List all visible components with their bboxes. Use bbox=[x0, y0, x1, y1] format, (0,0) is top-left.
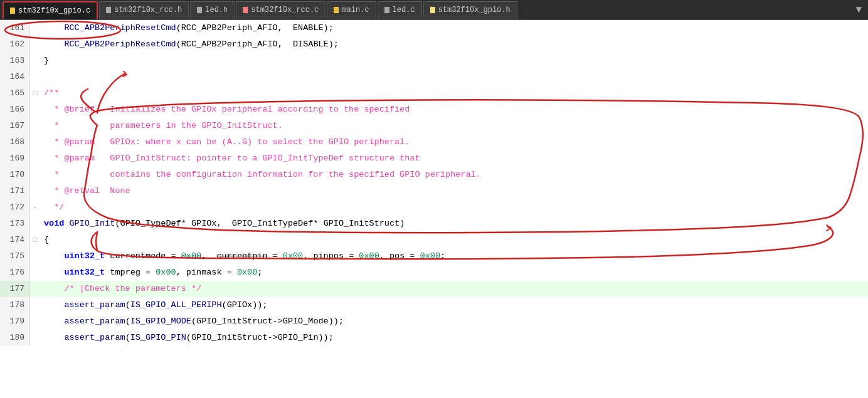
code-content: * @param GPIOx: where x can be (A..G) to… bbox=[40, 134, 868, 150]
tab-icon bbox=[334, 7, 339, 13]
line-number: 178 bbox=[0, 297, 30, 313]
fold-icon[interactable]: - bbox=[30, 199, 40, 216]
code-content: uint32_t tmpreg = 0x00, pinmask = 0x00; bbox=[40, 264, 868, 281]
line-number: 177 bbox=[0, 281, 30, 297]
code-content: */ bbox=[40, 199, 868, 216]
code-line-164: 164 bbox=[0, 69, 868, 85]
code-line-169: 169 * @param GPIO_InitStruct: pointer to… bbox=[0, 150, 868, 167]
code-line-178: 178 assert_param(IS_GPIO_ALL_PERIPH(GPIO… bbox=[0, 297, 868, 313]
code-content: uint32_t currentmode = 0x00, currentpin … bbox=[40, 248, 868, 264]
code-line-167: 167 * parameters in the GPIO_InitStruct. bbox=[0, 118, 868, 134]
line-number: 161 bbox=[0, 20, 30, 36]
line-number: 167 bbox=[0, 118, 30, 134]
code-line-177: 177 /* |Check the parameters */ bbox=[0, 281, 868, 297]
line-number: 169 bbox=[0, 150, 30, 167]
code-line-168: 168 * @param GPIOx: where x can be (A..G… bbox=[0, 134, 868, 150]
code-content: void GPIO_Init(GPIO_TypeDef* GPIOx, GPIO… bbox=[40, 216, 868, 232]
code-line-165: 165 □ /** bbox=[0, 85, 868, 102]
line-number: 163 bbox=[0, 53, 30, 69]
tab-bar: stm32f10x_gpio.c stm32f10x_rcc.h led.h s… bbox=[0, 0, 868, 20]
tab-icon bbox=[430, 7, 435, 13]
line-number: 168 bbox=[0, 134, 30, 150]
code-line-174: 174 □ { bbox=[0, 232, 868, 248]
code-content: * @retval None bbox=[40, 183, 868, 199]
tab-stm32f10x-rcc-h[interactable]: stm32f10x_rcc.h bbox=[99, 1, 189, 19]
tab-label: led.c bbox=[393, 6, 415, 14]
tab-led-h[interactable]: led.h bbox=[190, 1, 235, 19]
line-number: 162 bbox=[0, 36, 30, 53]
code-content: assert_param(IS_GPIO_MODE(GPIO_InitStruc… bbox=[40, 313, 868, 330]
code-content: * contains the configuration information… bbox=[40, 167, 868, 183]
tab-stm32f10x-gpio-h[interactable]: stm32f10x_gpio.h bbox=[423, 1, 517, 19]
line-number: 174 bbox=[0, 232, 30, 248]
code-content: RCC_APB2PeriphResetCmd(RCC_APB2Periph_AF… bbox=[40, 36, 868, 53]
tab-stm32f10x-gpio-c[interactable]: stm32f10x_gpio.c bbox=[3, 1, 98, 19]
code-line-176: 176 uint32_t tmpreg = 0x00, pinmask = 0x… bbox=[0, 264, 868, 281]
code-line-173: 173 void GPIO_Init(GPIO_TypeDef* GPIOx, … bbox=[0, 216, 868, 232]
tab-icon bbox=[384, 7, 389, 13]
code-content: { bbox=[40, 232, 868, 248]
tab-led-c[interactable]: led.c bbox=[378, 1, 422, 19]
tab-main-c[interactable]: main.c bbox=[327, 1, 376, 19]
code-line-163: 163 } bbox=[0, 53, 868, 69]
line-number: 173 bbox=[0, 216, 30, 232]
line-number: 170 bbox=[0, 167, 30, 183]
code-line-180: 180 assert_param(IS_GPIO_PIN(GPIO_InitSt… bbox=[0, 330, 868, 346]
line-number: 171 bbox=[0, 183, 30, 199]
tab-icon bbox=[106, 7, 111, 13]
tab-label: stm32f10x_rcc.h bbox=[114, 6, 182, 14]
code-content: * @brief Initializes the GPIOx periphera… bbox=[40, 102, 868, 118]
line-number: 166 bbox=[0, 102, 30, 118]
code-line-166: 166 * @brief Initializes the GPIOx perip… bbox=[0, 102, 868, 118]
code-content: assert_param(IS_GPIO_PIN(GPIO_InitStruct… bbox=[40, 330, 868, 346]
tab-label: stm32f10x_gpio.h bbox=[438, 6, 511, 14]
code-line-179: 179 assert_param(IS_GPIO_MODE(GPIO_InitS… bbox=[0, 313, 868, 330]
tab-label: main.c bbox=[342, 6, 369, 14]
code-editor: 161 RCC_APB2PeriphResetCmd(RCC_APB2Perip… bbox=[0, 20, 868, 398]
fold-icon[interactable]: □ bbox=[30, 232, 40, 248]
line-number: 175 bbox=[0, 248, 30, 264]
code-content: /* |Check the parameters */ bbox=[40, 281, 868, 297]
code-line-172: 172 - */ bbox=[0, 199, 868, 216]
tab-label: led.h bbox=[205, 6, 228, 14]
code-content: * parameters in the GPIO_InitStruct. bbox=[40, 118, 868, 134]
code-line-175: 175 uint32_t currentmode = 0x00, current… bbox=[0, 248, 868, 264]
line-number: 172 bbox=[0, 199, 30, 216]
tab-stm32f10x-rcc-c[interactable]: stm32f10x_rcc.c bbox=[236, 1, 326, 19]
line-number: 180 bbox=[0, 330, 30, 346]
tab-label: stm32f10x_gpio.c bbox=[18, 6, 90, 15]
tab-label: stm32f10x_rcc.c bbox=[251, 6, 319, 14]
fold-icon[interactable]: □ bbox=[30, 85, 40, 102]
line-number: 176 bbox=[0, 264, 30, 281]
line-number: 179 bbox=[0, 313, 30, 330]
code-content: } bbox=[40, 53, 868, 69]
code-line-171: 171 * @retval None bbox=[0, 183, 868, 199]
code-content: /** bbox=[40, 85, 868, 102]
line-number: 165 bbox=[0, 85, 30, 102]
code-content: * @param GPIO_InitStruct: pointer to a G… bbox=[40, 150, 868, 167]
code-line-161: 161 RCC_APB2PeriphResetCmd(RCC_APB2Perip… bbox=[0, 20, 868, 36]
code-line-162: 162 RCC_APB2PeriphResetCmd(RCC_APB2Perip… bbox=[0, 36, 868, 53]
tab-icon-active bbox=[10, 8, 15, 14]
tab-dropdown-button[interactable]: ▼ bbox=[852, 4, 865, 16]
line-number: 164 bbox=[0, 69, 30, 85]
code-line-170: 170 * contains the configuration informa… bbox=[0, 167, 868, 183]
code-content: RCC_APB2PeriphResetCmd(RCC_APB2Periph_AF… bbox=[40, 20, 868, 36]
tab-icon bbox=[197, 7, 202, 13]
code-content: assert_param(IS_GPIO_ALL_PERIPH(GPIOx)); bbox=[40, 297, 868, 313]
tab-icon bbox=[243, 7, 248, 13]
